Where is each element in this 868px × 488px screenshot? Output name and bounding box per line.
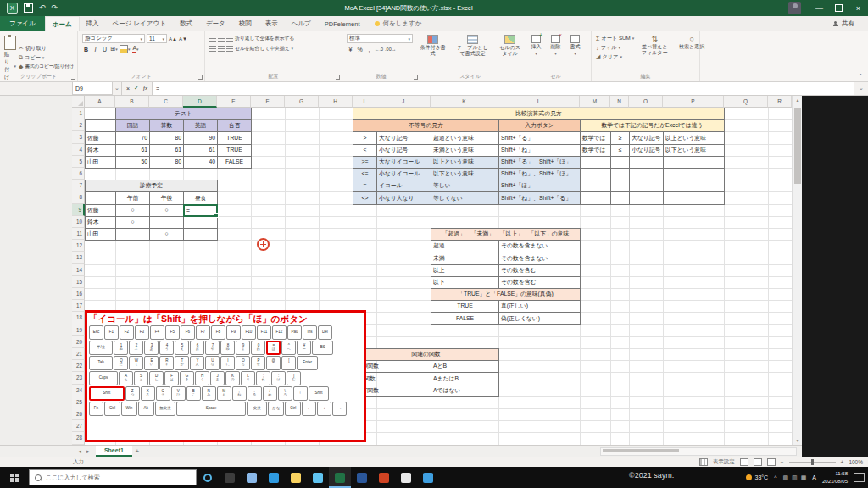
cell-B10[interactable]: ○ bbox=[115, 216, 150, 229]
font-dialog-launcher[interactable] bbox=[198, 75, 203, 80]
number-dialog-launcher[interactable] bbox=[414, 75, 418, 80]
autosum-button[interactable]: Σオート SUM▾ bbox=[596, 34, 634, 42]
save-icon[interactable] bbox=[24, 3, 33, 13]
cell-K18[interactable]: FALSE bbox=[431, 312, 499, 324]
font-color-button[interactable]: A▾ bbox=[132, 45, 140, 53]
taskbar-icon-chrome[interactable] bbox=[395, 467, 417, 488]
decrease-decimal-button[interactable]: .00→ bbox=[385, 45, 396, 53]
cell-M4[interactable]: 数学では bbox=[580, 144, 611, 157]
horizontal-scrollbar[interactable] bbox=[600, 447, 797, 456]
sheet-nav-right-icon[interactable]: ► bbox=[86, 449, 91, 454]
cell-B2[interactable]: 国語 bbox=[115, 119, 150, 132]
close-button[interactable]: × bbox=[849, 0, 868, 16]
zoom-in-button[interactable]: + bbox=[841, 459, 844, 465]
font-name-combo[interactable]: 游ゴシック▾ bbox=[82, 34, 145, 43]
wrap-text-button[interactable]: 折り返して全体を表示する bbox=[235, 34, 294, 42]
redo-icon[interactable]: ↷ bbox=[52, 4, 58, 12]
column-header-H[interactable]: H bbox=[319, 96, 353, 108]
cell-K4[interactable]: 未満という意味 bbox=[431, 144, 499, 157]
cell-L18[interactable]: 偽(正しくない) bbox=[498, 312, 581, 324]
row-header-25[interactable]: 25 bbox=[72, 396, 85, 408]
row-header-8[interactable]: 8 bbox=[72, 191, 85, 203]
column-header-G[interactable]: G bbox=[285, 96, 319, 108]
cell-O3[interactable]: 大なり記号 bbox=[629, 131, 664, 144]
row-header-9[interactable]: 9 bbox=[72, 204, 85, 216]
insert-cells-button[interactable]: 挿入▾ bbox=[529, 34, 544, 57]
taskbar-icon-cortana[interactable] bbox=[197, 467, 219, 488]
cell-K16[interactable]: 「TRUE」と「FALSE」の意味(真偽) bbox=[431, 288, 581, 301]
column-header-M[interactable]: M bbox=[580, 96, 610, 108]
cell-A4[interactable]: 鈴木 bbox=[85, 144, 116, 157]
cell-P4[interactable]: 以下という意味 bbox=[663, 144, 725, 157]
cell-A11[interactable]: 山田 bbox=[85, 228, 116, 241]
cell-L5[interactable]: Shift+「る」、Shift+「ほ」 bbox=[498, 156, 581, 169]
cell-I3[interactable]: > bbox=[353, 131, 377, 144]
ribbon-tab-review[interactable]: 校閲 bbox=[232, 16, 259, 31]
cell-M7[interactable] bbox=[580, 180, 611, 192]
percent-button[interactable]: % bbox=[356, 45, 364, 53]
cell-K22[interactable]: AとB bbox=[431, 360, 499, 373]
cell-J5[interactable]: 大なりイコール bbox=[376, 156, 431, 169]
zoom-out-button[interactable]: − bbox=[781, 459, 784, 465]
page-layout-view-icon[interactable] bbox=[754, 458, 762, 466]
ribbon-tab-pdfelement[interactable]: PDFelement bbox=[318, 16, 367, 31]
cell-B8[interactable]: 午前 bbox=[115, 191, 150, 204]
tell-me-box[interactable]: 何をしますか bbox=[375, 16, 421, 31]
row-header-19[interactable]: 19 bbox=[72, 324, 85, 336]
cell-D4[interactable]: 61 bbox=[183, 144, 218, 157]
grow-font-button[interactable]: A▲ bbox=[169, 35, 177, 43]
row-header-22[interactable]: 22 bbox=[72, 360, 85, 372]
undo-icon[interactable]: ↶ bbox=[39, 4, 46, 12]
cell-I1[interactable]: 比較演算式の見方 bbox=[353, 108, 725, 120]
cell-J3[interactable]: 大なり記号 bbox=[376, 131, 431, 144]
name-box[interactable]: D9 bbox=[72, 81, 113, 95]
cell-E3[interactable]: TRUE bbox=[217, 131, 252, 144]
vertical-scrollbar[interactable]: ▲ ▼ bbox=[792, 96, 802, 445]
clear-button[interactable]: ◢クリア▾ bbox=[596, 53, 634, 61]
align-right-icon[interactable] bbox=[226, 46, 233, 52]
cell-N7[interactable] bbox=[610, 180, 630, 192]
cell-P5[interactable] bbox=[663, 156, 725, 169]
cell-D3[interactable]: 90 bbox=[183, 131, 218, 144]
cell-D10[interactable] bbox=[183, 216, 218, 229]
column-header-F[interactable]: F bbox=[251, 96, 285, 108]
column-header-O[interactable]: O bbox=[629, 96, 663, 108]
cell-N3[interactable]: ≥ bbox=[610, 131, 630, 144]
cell-M5[interactable] bbox=[580, 156, 611, 169]
cell-L14[interactable]: その数を含む bbox=[498, 264, 581, 277]
row-header-11[interactable]: 11 bbox=[72, 228, 85, 240]
cell-A7[interactable]: 診療予定 bbox=[85, 180, 218, 192]
row-header-26[interactable]: 26 bbox=[72, 408, 85, 420]
cell-M3[interactable]: 数学では bbox=[580, 131, 611, 144]
row-header-13[interactable]: 13 bbox=[72, 252, 85, 263]
cell-K23[interactable]: AまたはB bbox=[431, 372, 499, 385]
align-left-icon[interactable] bbox=[209, 46, 216, 52]
cell-K7[interactable]: 等しい bbox=[431, 180, 499, 192]
ribbon-tab-help[interactable]: ヘルプ bbox=[285, 16, 318, 31]
cell-C3[interactable]: 80 bbox=[149, 131, 184, 144]
user-avatar[interactable] bbox=[788, 2, 801, 14]
cell-B11[interactable] bbox=[115, 228, 150, 241]
ribbon-tab-formulas[interactable]: 数式 bbox=[173, 16, 199, 31]
row-header-6[interactable]: 6 bbox=[72, 168, 85, 180]
collapse-ribbon-icon[interactable]: ⌃ bbox=[858, 73, 863, 80]
cell-K12[interactable]: 超過 bbox=[431, 240, 499, 252]
tray-expand-icon[interactable]: ^ bbox=[774, 474, 776, 480]
cell-N4[interactable]: ≤ bbox=[610, 144, 630, 157]
cell-C8[interactable]: 午後 bbox=[149, 191, 184, 204]
formula-input[interactable]: = bbox=[153, 81, 854, 95]
confirm-entry-icon[interactable]: ✓ bbox=[134, 85, 139, 92]
cell-C10[interactable] bbox=[149, 216, 184, 229]
cell-O5[interactable] bbox=[629, 156, 664, 169]
format-as-table-button[interactable]: テーブルとして書式設定 bbox=[453, 34, 492, 58]
cell-I5[interactable]: >= bbox=[353, 156, 377, 169]
cell-L8[interactable]: Shift+「ね」、Shift+「る」 bbox=[498, 191, 581, 204]
cell-I2[interactable]: 不等号の見方 bbox=[353, 119, 499, 132]
cell-A10[interactable]: 鈴木 bbox=[85, 216, 116, 229]
normal-view-icon[interactable] bbox=[740, 458, 748, 466]
cell-O7[interactable] bbox=[629, 180, 664, 192]
cell-P8[interactable] bbox=[663, 191, 725, 204]
comma-button[interactable]: , bbox=[365, 45, 373, 53]
expand-formula-bar-icon[interactable]: ⌄ bbox=[854, 81, 868, 95]
cell-M6[interactable] bbox=[580, 168, 611, 180]
